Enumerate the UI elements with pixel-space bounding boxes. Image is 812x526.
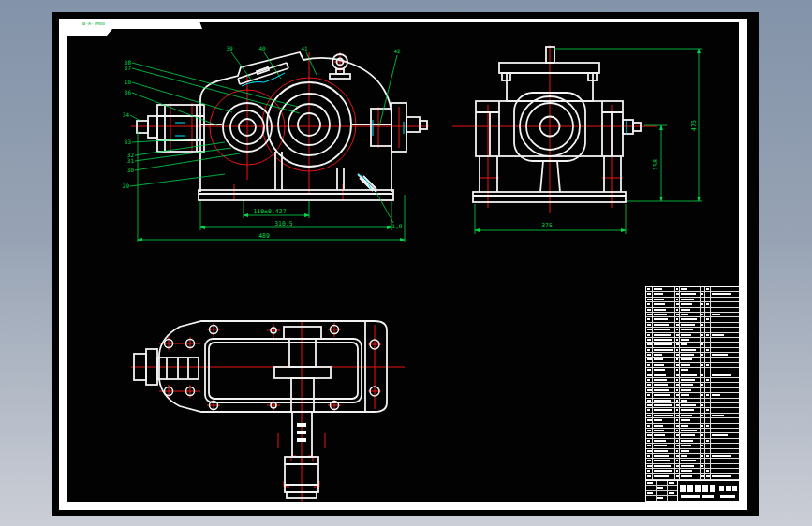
parts-text-bar [701, 384, 703, 386]
parts-cell [653, 302, 675, 306]
parts-cell [646, 338, 653, 342]
parts-cell [711, 418, 739, 422]
parts-cell [646, 368, 653, 372]
parts-cell [646, 424, 653, 428]
parts-cell [653, 338, 675, 342]
parts-text-bar [654, 314, 667, 315]
parts-cell [653, 363, 675, 367]
parts-cell [680, 433, 701, 437]
parts-text-bar [676, 394, 679, 396]
parts-text-bar [706, 349, 709, 351]
parts-text-bar [676, 419, 678, 421]
parts-text-bar [701, 374, 703, 376]
parts-text-bar [647, 460, 651, 461]
parts-cell [646, 444, 653, 447]
title-grid-cell [657, 491, 667, 495]
parts-cell [653, 308, 675, 312]
parts-cell [646, 353, 653, 357]
parts-text-bar [681, 465, 694, 467]
part-callout: 30 [127, 167, 135, 173]
parts-text-bar [654, 309, 666, 311]
frame-bottom [59, 502, 747, 510]
parts-cell [711, 313, 739, 316]
parts-text-bar [647, 303, 650, 305]
parts-cell [646, 414, 653, 417]
part-callout: 34 [123, 111, 130, 118]
parts-text-bar [676, 384, 679, 386]
parts-text-bar [681, 303, 692, 305]
parts-cell [680, 464, 701, 468]
parts-text-bar [712, 354, 728, 356]
parts-text-bar [654, 389, 669, 391]
parts-cell [711, 449, 739, 453]
parts-cell [711, 444, 739, 447]
parts-text-bar [654, 415, 673, 416]
parts-cell [653, 469, 675, 473]
parts-text-bar [654, 419, 662, 421]
parts-text-bar [681, 470, 692, 472]
parts-text-bar [706, 440, 709, 442]
parts-cell [680, 333, 701, 337]
parts-cell [711, 429, 739, 432]
parts-text-bar [676, 329, 678, 330]
title-glyph [710, 485, 715, 492]
parts-text-bar [654, 329, 670, 330]
parts-cell [680, 418, 701, 422]
parts-text-bar [676, 354, 679, 356]
part-callout: 33 [125, 139, 132, 145]
parts-cell [711, 408, 739, 412]
frame-left [59, 19, 67, 509]
parts-text-bar [654, 343, 672, 345]
parts-cell [711, 358, 739, 361]
parts-text-bar [681, 293, 696, 295]
parts-text-bar [647, 434, 652, 436]
parts-text-bar [681, 288, 687, 290]
parts-text-bar [676, 369, 678, 371]
title-subtext-bar [702, 495, 714, 498]
parts-cell [653, 474, 675, 479]
parts-text-bar [676, 299, 678, 300]
parts-text-bar [701, 445, 703, 446]
title-grid-cell [668, 481, 677, 485]
parts-text-bar [647, 314, 652, 315]
parts-text-bar [681, 318, 697, 320]
parts-text-bar [712, 374, 731, 376]
title-block [645, 480, 740, 502]
parts-cell [711, 323, 739, 327]
parts-text-bar [654, 334, 671, 336]
parts-text-bar [681, 450, 689, 452]
title-block-left-grid [646, 481, 678, 501]
parts-text-bar [706, 475, 710, 477]
parts-cell [680, 368, 701, 372]
parts-cell [646, 418, 653, 422]
parts-cell [711, 403, 739, 407]
parts-text-bar [681, 475, 692, 477]
parts-text-bar [654, 430, 664, 431]
parts-text-bar [676, 349, 678, 351]
part-callout: 39 [226, 45, 233, 51]
parts-cell [646, 454, 653, 458]
parts-cell [680, 459, 701, 462]
parts-cell [680, 338, 701, 342]
parts-text-bar [647, 324, 651, 326]
parts-text-bar [681, 334, 691, 336]
title-subtext-bar [681, 495, 700, 498]
part-callout: 40 [258, 45, 266, 51]
parts-text-bar [654, 440, 666, 442]
parts-text-bar [654, 394, 670, 396]
title-text-bar [647, 482, 653, 484]
parts-cell [711, 393, 739, 397]
part-callout: 42 [393, 48, 401, 54]
parts-cell [680, 353, 701, 357]
parts-cell [711, 469, 739, 473]
parts-cell [646, 474, 653, 479]
title-text-bar [647, 492, 653, 494]
parts-text-bar [647, 404, 652, 406]
parts-text-bar [681, 354, 694, 356]
parts-text-bar [647, 379, 650, 381]
parts-text-bar [647, 440, 650, 442]
parts-cell [680, 388, 701, 392]
parts-cell [653, 313, 675, 316]
title-glyph [726, 486, 731, 491]
parts-text-bar [676, 389, 678, 391]
